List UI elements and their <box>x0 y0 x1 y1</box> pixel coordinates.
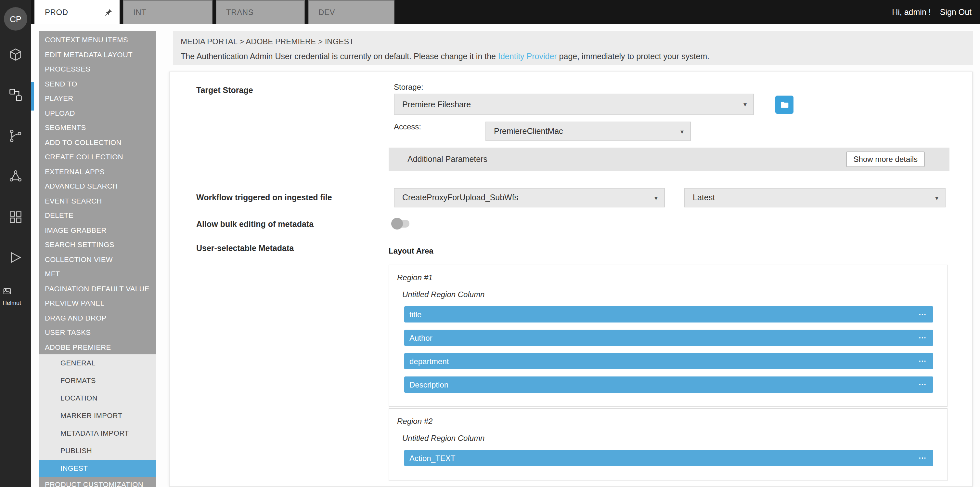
metadata-field-row[interactable]: department ••• <box>404 353 933 369</box>
sidebar-item-label: LOCATION <box>60 394 97 402</box>
sidebar-item[interactable]: MFT <box>39 267 156 281</box>
sidebar-item[interactable]: SEGMENTS <box>39 120 156 135</box>
chevron-down-icon: ▾ <box>935 194 939 201</box>
region-column-title: Untitled Region Column <box>402 434 933 443</box>
sidebar-item-label: SEARCH SETTINGS <box>45 241 115 248</box>
row-menu-icon[interactable]: ••• <box>919 359 927 364</box>
region-column-title: Untitled Region Column <box>402 290 933 299</box>
sidebar-item[interactable]: FORMATS <box>39 372 156 390</box>
sidebar-item[interactable]: DELETE <box>39 208 156 223</box>
workflow-version-select[interactable]: Latest ▾ <box>684 188 945 208</box>
row-menu-icon[interactable]: ••• <box>919 335 927 340</box>
sidebar-item[interactable]: DRAG AND DROP <box>39 310 156 325</box>
sidebar-item-label: PRODUCT CUSTOMIZATION <box>45 481 143 487</box>
flows-icon[interactable] <box>6 126 25 146</box>
workflow-version-value: Latest <box>693 193 715 202</box>
metadata-field-row[interactable]: Action_TEXT ••• <box>404 450 933 466</box>
sidebar-item[interactable]: PAGINATION DEFAULT VALUE <box>39 281 156 296</box>
sidebar-item[interactable]: PRODUCT CUSTOMIZATION <box>39 477 156 487</box>
ingest-settings-card: Target Storage Storage: Premiere Filesha… <box>169 72 973 487</box>
metadata-field-row[interactable]: Description ••• <box>404 377 933 393</box>
sidebar-item[interactable]: USER TASKS <box>39 325 156 340</box>
environment-tab[interactable]: DEV <box>308 0 395 24</box>
workflow-label: Workflow triggered on ingested file <box>196 193 332 202</box>
sidebar-item-label: EVENT SEARCH <box>45 197 102 204</box>
row-menu-icon[interactable]: ••• <box>919 312 927 317</box>
sidebar-item[interactable]: SEND TO <box>39 77 156 91</box>
sidebar-item[interactable]: CONTEXT MENU ITEMS <box>39 32 156 47</box>
sidebar-item[interactable]: EDIT METADATA LAYOUT <box>39 47 156 62</box>
region-title: Region #1 <box>397 273 933 282</box>
sidebar-item[interactable]: CREATE COLLECTION <box>39 150 156 164</box>
bulk-editing-toggle[interactable] <box>391 218 411 230</box>
browse-folder-button[interactable] <box>775 96 794 114</box>
environment-tab[interactable]: INT <box>123 0 213 24</box>
sidebar-item-label: PROCESSES <box>45 65 91 73</box>
region-field-list: Action_TEXT ••• <box>397 450 933 466</box>
player-icon[interactable] <box>6 248 25 267</box>
sidebar-item-label: ADD TO COLLECTION <box>45 138 121 146</box>
sidebar-item[interactable]: PLAYER <box>39 91 156 105</box>
sidebar-item-label: COLLECTION VIEW <box>45 255 113 263</box>
workflows-icon[interactable] <box>6 85 25 105</box>
environment-tab[interactable]: TRANS <box>216 0 305 24</box>
sidebar-item[interactable]: SEARCH SETTINGS <box>39 237 156 252</box>
environment-tab-label: INT <box>133 8 146 17</box>
row-menu-icon[interactable]: ••• <box>919 456 927 460</box>
sidebar-item[interactable]: LOCATION <box>39 390 156 407</box>
sidebar-item-label: ADVANCED SEARCH <box>45 182 118 190</box>
sidebar-item-label: PREVIEW PANEL <box>45 299 104 307</box>
sidebar-item[interactable]: PROCESSES <box>39 62 156 77</box>
sidebar-item-label: PLAYER <box>45 94 73 102</box>
sidebar-item[interactable]: ADVANCED SEARCH <box>39 179 156 193</box>
workflow-select[interactable]: CreateProxyForUpload_SubWfs ▾ <box>394 188 665 208</box>
additional-parameters-label: Additional Parameters <box>407 155 487 164</box>
avatar[interactable]: CP <box>4 7 27 30</box>
sidebar-item[interactable]: ADOBE PREMIERE <box>39 340 156 354</box>
settings-sidebar: CONTEXT MENU ITEMS EDIT METADATA LAYOUT … <box>39 31 156 487</box>
metadata-field-label: Author <box>409 333 433 342</box>
environment-tab[interactable]: PROD <box>35 0 119 24</box>
sidebar-item[interactable]: ADD TO COLLECTION <box>39 135 156 150</box>
storage-select-value: Premiere Fileshare <box>402 100 471 109</box>
sidebar-item-label: MFT <box>45 270 60 278</box>
show-more-details-button[interactable]: Show more details <box>846 152 925 167</box>
layout-region-2: Region #2 Untitled Region Column Action_… <box>389 408 948 481</box>
sidebar-item-label: FORMATS <box>60 377 96 384</box>
user-area: Hi, admin ! Sign Out <box>892 0 972 24</box>
identity-provider-link[interactable]: Identity Provider <box>498 52 557 61</box>
sidebar-item[interactable]: GENERAL <box>39 354 156 372</box>
storage-select[interactable]: Premiere Fileshare ▾ <box>394 94 754 115</box>
sidebar-item-label: GENERAL <box>60 359 95 367</box>
sidebar-item[interactable]: PUBLISH <box>39 442 156 460</box>
sidebar-item[interactable]: PREVIEW PANEL <box>39 296 156 310</box>
sidebar-item[interactable]: COLLECTION VIEW <box>39 252 156 267</box>
modules-icon[interactable] <box>6 45 25 64</box>
pin-icon[interactable] <box>104 8 113 17</box>
user-selectable-metadata-label: User-selectable Metadata <box>196 244 294 253</box>
warning-text-post: page, immediately to protect your system… <box>557 52 710 61</box>
sidebar-item[interactable]: INGEST <box>39 460 156 477</box>
metadata-field-row[interactable]: title ••• <box>404 306 933 323</box>
folder-icon <box>780 100 789 110</box>
access-select[interactable]: PremiereClientMac ▾ <box>485 121 691 141</box>
warning-banner: The Authentication Admin User credential… <box>181 52 973 61</box>
bulk-editing-label: Allow bulk editing of metadata <box>196 220 313 229</box>
toggle-knob <box>391 218 403 230</box>
sidebar-item[interactable]: EXTERNAL APPS <box>39 164 156 179</box>
sidebar-item[interactable]: MARKER IMPORT <box>39 407 156 425</box>
region-title: Region #2 <box>397 417 933 426</box>
sidebar-item[interactable]: METADATA IMPORT <box>39 425 156 442</box>
sidebar-item[interactable]: EVENT SEARCH <box>39 193 156 208</box>
metadata-field-row[interactable]: Author ••• <box>404 330 933 346</box>
metadata-field-label: department <box>409 357 449 366</box>
apps-icon[interactable] <box>6 208 25 227</box>
environment-tab-label: DEV <box>318 8 335 17</box>
groups-icon[interactable] <box>6 166 25 186</box>
row-menu-icon[interactable]: ••• <box>919 382 927 387</box>
access-select-value: PremiereClientMac <box>494 127 563 136</box>
sign-out-link[interactable]: Sign Out <box>940 8 972 17</box>
sidebar-item[interactable]: IMAGE GRABBER <box>39 223 156 237</box>
active-rail-indicator <box>31 82 34 110</box>
sidebar-item[interactable]: UPLOAD <box>39 105 156 120</box>
